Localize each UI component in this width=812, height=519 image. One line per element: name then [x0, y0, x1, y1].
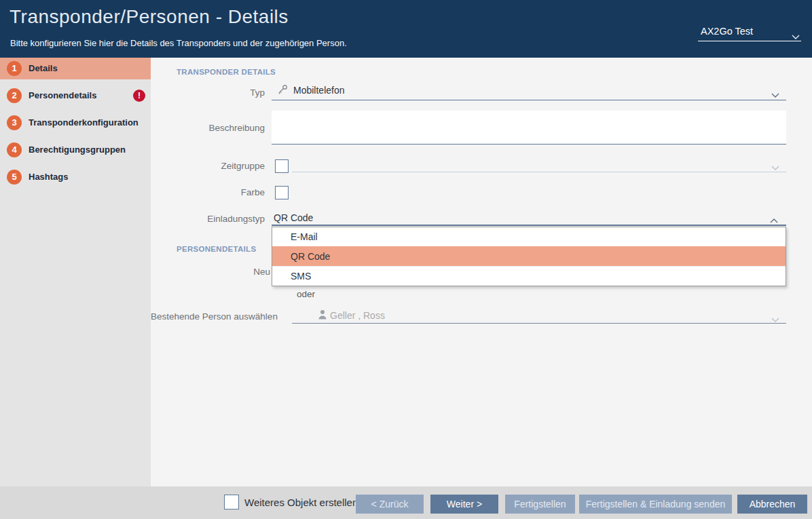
footer-bar: Weiteres Objekt erstellen < Zurück Weite…	[0, 486, 812, 519]
key-icon	[277, 84, 288, 98]
bestehende-person-select: Geller , Ross	[292, 307, 786, 324]
einladungstyp-underline	[272, 225, 786, 226]
cancel-button[interactable]: Abbrechen	[737, 495, 807, 514]
error-icon: !	[133, 90, 145, 102]
dropdown-option-qrcode[interactable]: QR Code	[272, 246, 786, 266]
chevron-down-icon	[771, 88, 779, 100]
page-title: Transponder/Personen - Details	[10, 6, 289, 28]
typ-value: Mobiltelefon	[293, 85, 345, 96]
farbe-checkbox[interactable]	[275, 186, 289, 199]
step-label: Hashtags	[29, 172, 69, 182]
farbe-label: Farbe	[151, 187, 265, 197]
step-number-badge: 1	[7, 61, 22, 76]
weiteres-objekt-checkbox[interactable]	[224, 495, 239, 510]
sidebar-step-transponderkonfiguration[interactable]: 3 Transponderkonfiguration	[0, 112, 151, 134]
neu-label: Neu	[151, 267, 270, 277]
weiteres-objekt-label: Weiteres Objekt erstellen	[244, 497, 358, 508]
bestehende-person-value: Geller , Ross	[330, 310, 385, 321]
step-number-badge: 3	[7, 115, 22, 130]
beschreibung-label: Beschreibung	[151, 123, 265, 133]
chevron-down-icon	[771, 313, 779, 325]
zeitgruppe-checkbox[interactable]	[275, 159, 289, 173]
chevron-down-icon	[771, 161, 779, 173]
back-button[interactable]: < Zurück	[356, 495, 424, 514]
person-icon	[318, 309, 327, 322]
step-label: Personendetails	[29, 90, 96, 100]
einladungstyp-dropdown: E-Mail QR Code SMS	[272, 227, 786, 286]
sidebar-step-details[interactable]: 1 Details	[0, 58, 151, 79]
step-label: Berechtigungsgruppen	[29, 145, 126, 155]
project-selector[interactable]: AX2Go Test	[698, 23, 801, 41]
zeitgruppe-label: Zeitgruppe	[151, 161, 265, 171]
finish-and-send-invitation-button[interactable]: Fertigstellen & Einladung senden	[579, 495, 732, 514]
next-button[interactable]: Weiter >	[430, 495, 498, 514]
einladungstyp-label: Einladungstyp	[151, 214, 265, 224]
chevron-up-icon[interactable]	[770, 214, 778, 226]
wizard-step-sidebar: 1 Details 2 Personendetails ! 3 Transpon…	[0, 58, 151, 486]
project-selector-value: AX2Go Test	[701, 26, 753, 37]
step-label: Transponderkonfiguration	[29, 117, 139, 128]
page-subtitle: Bitte konfigurieren Sie hier die Details…	[10, 38, 347, 48]
sidebar-step-personendetails[interactable]: 2 Personendetails !	[0, 85, 151, 107]
dropdown-option-sms[interactable]: SMS	[272, 266, 786, 286]
wizard-window: Transponder/Personen - Details Bitte kon…	[0, 0, 812, 519]
typ-select[interactable]: Mobiltelefon	[272, 82, 786, 100]
dropdown-option-email[interactable]: E-Mail	[272, 227, 786, 246]
zeitgruppe-select	[292, 158, 786, 172]
content-area: TRANSPONDER DETAILS Typ Mobiltelefon Bes…	[151, 58, 812, 486]
step-number-badge: 5	[7, 170, 22, 185]
oder-label: oder	[297, 289, 315, 299]
beschreibung-input[interactable]	[272, 111, 786, 145]
step-number-badge: 4	[7, 142, 22, 157]
einladungstyp-value[interactable]: QR Code	[274, 212, 313, 223]
step-label: Details	[29, 63, 58, 73]
header: Transponder/Personen - Details Bitte kon…	[0, 0, 812, 58]
chevron-down-icon	[792, 30, 800, 42]
step-number-badge: 2	[7, 88, 22, 103]
typ-label: Typ	[151, 88, 265, 98]
transponder-details-heading: TRANSPONDER DETAILS	[177, 68, 276, 76]
personendetails-heading: PERSONENDETAILS	[177, 245, 256, 253]
bestehende-person-label: Bestehende Person auswählen	[151, 311, 265, 322]
finish-button[interactable]: Fertigstellen	[505, 495, 575, 514]
sidebar-step-hashtags[interactable]: 5 Hashtags	[0, 166, 151, 188]
sidebar-step-berechtigungsgruppen[interactable]: 4 Berechtigungsgruppen	[0, 139, 151, 161]
